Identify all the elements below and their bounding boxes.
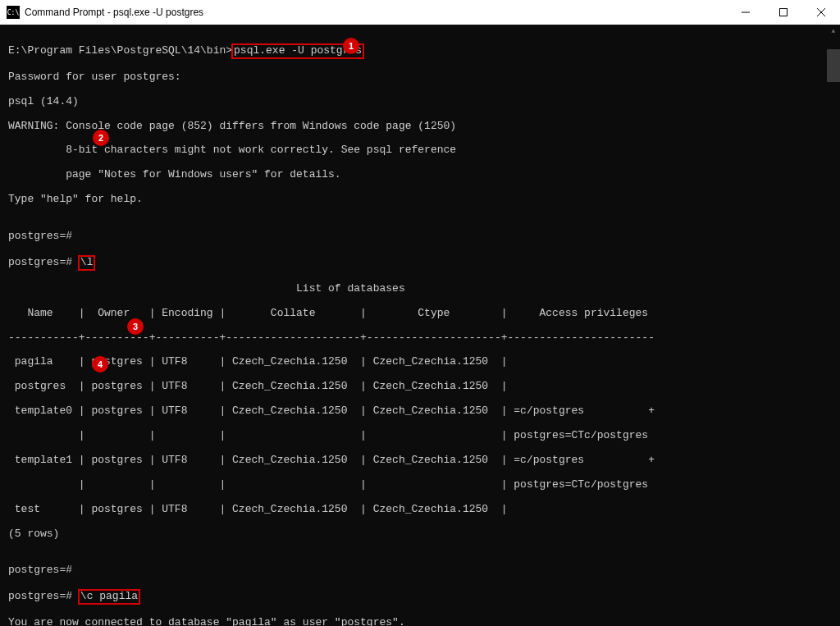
line-version: psql (14.4) (8, 96, 832, 108)
window-controls (727, 0, 840, 25)
db-row: pagila | postgres | UTF8 | Czech_Czechia… (8, 356, 832, 368)
scrollbar[interactable]: ▲ (827, 25, 840, 626)
prompt: postgres=# (8, 590, 79, 602)
close-button[interactable] (802, 0, 840, 25)
line-cmd-l: postgres=# \l (8, 255, 832, 271)
scroll-up-icon[interactable]: ▲ (827, 25, 840, 38)
terminal-area[interactable]: E:\Program Files\PostgreSQL\14\bin>psql.… (0, 25, 840, 626)
maximize-button[interactable] (765, 0, 802, 25)
highlight-box-2: \l (78, 255, 96, 271)
db-rows: (5 rows) (8, 528, 832, 541)
line-cmd-c: postgres=# \c pagila (8, 589, 832, 605)
line-warn1: WARNING: Console code page (852) differs… (8, 121, 832, 133)
line-help: Type "help" for help. (8, 194, 832, 206)
highlight-box-3: \c pagila (78, 589, 140, 605)
minimize-icon (742, 8, 750, 16)
command-prompt-window: C:\ Command Prompt - psql.exe -U postgre… (0, 0, 840, 626)
line-pgprompt2: postgres=# (8, 564, 832, 577)
db-row: test | postgres | UTF8 | Czech_Czechia.1… (8, 504, 832, 516)
minimize-button[interactable] (727, 0, 765, 25)
line-pgprompt1: postgres=# (8, 231, 832, 243)
line-cmd1: E:\Program Files\PostgreSQL\14\bin>psql.… (8, 43, 832, 59)
db-row: | | | | | postgres=CTc/postgres (8, 479, 832, 491)
maximize-icon (779, 8, 788, 16)
line-pw: Password for user postgres: (8, 71, 832, 84)
db-row: postgres | postgres | UTF8 | Czech_Czech… (8, 381, 832, 393)
db-cols: Name | Owner | Encoding | Collate | Ctyp… (8, 308, 832, 320)
annotation-1: 1 (343, 38, 359, 54)
titlebar[interactable]: C:\ Command Prompt - psql.exe -U postgre… (0, 0, 840, 25)
db-header: List of databases (8, 283, 832, 295)
line-warn3: page "Notes for Windows users" for detai… (8, 169, 832, 181)
annotation-2: 2 (93, 130, 109, 146)
db-row: | | | | | postgres=CTc/postgres (8, 430, 832, 442)
cmd-icon: C:\ (7, 6, 20, 19)
prompt-path: E:\Program Files\PostgreSQL\14\bin> (8, 44, 232, 57)
close-icon (817, 8, 825, 16)
scrollbar-thumb[interactable] (827, 49, 840, 82)
prompt: postgres=# (8, 256, 79, 268)
window-title: Command Prompt - psql.exe -U postgres (25, 7, 727, 18)
db-row: template0 | postgres | UTF8 | Czech_Czec… (8, 405, 832, 418)
line-connected: You are now connected to database "pagil… (8, 617, 832, 626)
svg-rect-1 (780, 9, 788, 16)
db-row: template1 | postgres | UTF8 | Czech_Czec… (8, 455, 832, 467)
annotation-3: 3 (127, 318, 144, 335)
annotation-4: 4 (92, 356, 108, 372)
line-warn2: 8-bit characters might not work correctl… (8, 144, 832, 157)
